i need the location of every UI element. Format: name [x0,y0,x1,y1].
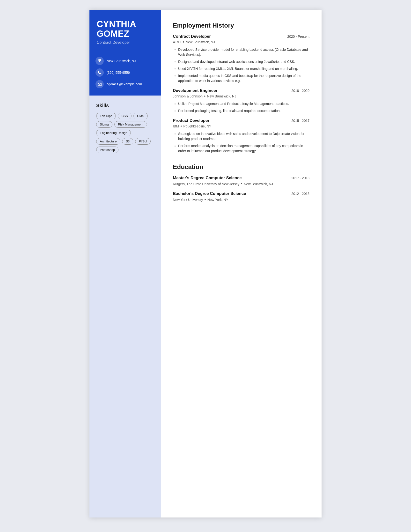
list-item: Utilize Project Management and Product L… [178,101,309,106]
separator-dot: • [183,40,184,44]
job-company: IBM•Poughkeepsie, NY [173,124,309,128]
school-name: Rutgers, The State University of New Jer… [173,182,239,186]
edu-header: Bachelor's Degree Computer Science2012 -… [173,191,309,196]
employment-section-title: Employment History [173,22,309,29]
separator-dot: • [180,124,182,128]
job-bullets: Developed Service provider model for ena… [173,47,309,83]
skill-tag: Architecture [96,138,120,145]
company-name: Johnson & Johnson [173,94,203,98]
sidebar: CYNTHIA GOMEZ Contract Developer New Bru… [89,10,161,517]
skill-tag: Lab Dips [96,113,116,119]
phone-text: (360) 555-9556 [107,71,130,75]
job-entry: Development Engineer2018 - 2020Johnson &… [173,88,309,114]
job-bullets: Strategized on innovative ideas with sal… [173,131,309,153]
edu-dates: 2017 - 2018 [291,176,309,180]
list-item: Performed packaging testing, line trials… [178,108,309,114]
email-icon [95,80,104,88]
phone-item: (360) 555-9556 [95,68,154,77]
job-company: AT&T•New Brunswick, NJ [173,40,309,44]
job-title: Development Engineer [173,88,217,93]
phone-icon [95,68,104,77]
job-bullets: Utilize Project Management and Product L… [173,101,309,114]
job-entry: Product Developer2015 - 2017IBM•Poughkee… [173,118,309,153]
jobs-list: Contract Developer2020 - PresentAT&T•New… [173,34,309,153]
separator-dot: • [241,181,242,186]
job-title: Product Developer [173,118,209,123]
job-dates: 2015 - 2017 [291,119,309,123]
skills-heading: Skills [96,103,154,108]
skill-tag: Engineering Design [96,130,131,136]
skill-tag: Sigma [96,121,112,128]
education-entry: Bachelor's Degree Computer Science2012 -… [173,191,309,202]
education-list: Master's Degree Computer Science2017 - 2… [173,176,309,202]
school-location: New Brunswick, NJ [244,182,273,186]
job-header: Contract Developer2020 - Present [173,34,309,39]
company-location: Poughkeepsie, NY [183,124,211,128]
skill-tag: Risk Management [114,121,147,128]
contact-section: New Brunswick, NJ (360) 555-9556 cgom [89,52,161,95]
location-item: New Brunswick, NJ [95,57,154,65]
email-text: cgomez@example.com [107,82,142,86]
job-company: Johnson & Johnson•New Brunswick, NJ [173,94,309,98]
edu-school: Rutgers, The State University of New Jer… [173,181,309,186]
skill-tag: CMS [133,113,148,119]
list-item: Strategized on innovative ideas with sal… [178,131,309,142]
resume-container: CYNTHIA GOMEZ Contract Developer New Bru… [89,10,322,517]
edu-header: Master's Degree Computer Science2017 - 2… [173,176,309,180]
candidate-name: CYNTHIA GOMEZ [97,19,154,38]
email-item: cgomez@example.com [95,80,154,88]
skill-tag: Photoshop [96,147,119,153]
company-location: New Brunswick, NJ [207,94,236,98]
skill-tag: S3 [122,138,133,145]
skill-tag: Pl/Sql [135,138,151,145]
edu-degree-title: Bachelor's Degree Computer Science [173,191,246,196]
list-item: Perform market analysis on decision mana… [178,143,309,153]
edu-degree-title: Master's Degree Computer Science [173,176,242,180]
job-header: Product Developer2015 - 2017 [173,118,309,123]
job-header: Development Engineer2018 - 2020 [173,88,309,93]
company-name: AT&T [173,40,181,44]
main-content: Employment History Contract Developer202… [161,10,322,517]
job-entry: Contract Developer2020 - PresentAT&T•New… [173,34,309,83]
edu-school: New York University•New York, NY [173,197,309,202]
school-location: New York, NY [207,198,228,202]
separator-dot: • [204,94,206,98]
job-title: Contract Developer [173,34,211,39]
company-name: IBM [173,124,179,128]
list-item: Used XPATH for reading XML's, XML Beans … [178,66,309,71]
education-section-title: Education [173,163,309,171]
job-dates: 2020 - Present [287,35,309,38]
school-name: New York University [173,198,203,202]
sidebar-header: CYNTHIA GOMEZ Contract Developer [89,10,161,52]
employment-section: Employment History Contract Developer202… [173,22,309,153]
location-icon [95,57,104,65]
skill-tag: CSS [118,113,131,119]
list-item: Implemented media queries in CSS and boo… [178,73,309,83]
job-dates: 2018 - 2020 [291,89,309,93]
skills-section: Skills Lab DipsCSSCMSSigmaRisk Managemen… [89,95,161,517]
education-section: Education Master's Degree Computer Scien… [173,163,309,202]
edu-dates: 2012 - 2015 [291,192,309,196]
list-item: Designed and developed intranet web appl… [178,59,309,64]
location-text: New Brunswick, NJ [107,59,136,63]
skills-list: Lab DipsCSSCMSSigmaRisk ManagementEngine… [96,113,154,153]
list-item: Developed Service provider model for ena… [178,47,309,57]
separator-dot: • [205,197,206,202]
candidate-title: Contract Developer [97,40,154,45]
company-location: New Brunswick, NJ [186,40,215,44]
education-entry: Master's Degree Computer Science2017 - 2… [173,176,309,186]
